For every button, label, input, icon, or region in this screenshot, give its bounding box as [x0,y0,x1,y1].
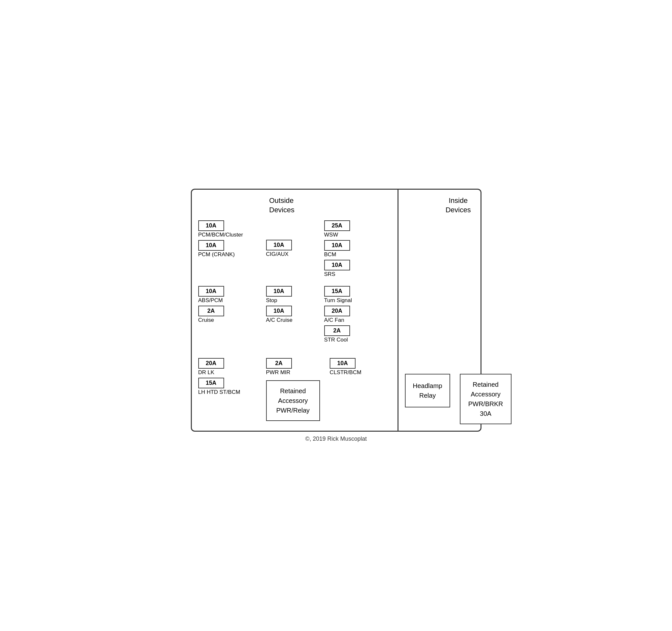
fuse-turn-signal-label: Turn Signal [324,297,352,304]
fuse-ac-cruise-box: 10A [266,306,292,316]
main-diagram: Outside Devices 10A PCM/BCM/Cluster 10A … [191,189,481,431]
fuse-dr-lk-box: 20A [198,358,224,369]
fuse-dr-lk: 20A DR LK [198,358,224,378]
fuse-pwr-mir-box: 2A [266,358,292,369]
fuse-ac-fan: 20A A/C Fan [324,306,350,325]
fuse-turn-signal: 15A Turn Signal [324,286,352,306]
col2-bottom: 2A PWR MIR Retained Accessory PWR/Relay [266,358,320,421]
fuse-stop-box: 10A [266,286,292,297]
col2-top: 10A CIG/AUX [266,240,314,259]
relay-retained-accessory-inside: Retained Accessory PWR/BRKR 30A [460,374,511,424]
fuse-lh-htd: 15A LH HTD ST/BCM [198,378,240,397]
fuse-srs-box: 10A [324,260,350,271]
fuse-cig-aux-label: CIG/AUX [266,251,289,257]
fuse-bcm-box: 10A [324,240,350,251]
col1-top: 10A PCM/BCM/Cluster 10A PCM (CRANK) [198,220,257,260]
relay-headlamp: Headlamp Relay [405,374,450,407]
col3-mid: 15A Turn Signal 20A A/C Fan 2A STR Cool [324,286,376,345]
right-bottom-section: Headlamp Relay Retained Accessory PWR/BR… [405,367,511,424]
col2b: 10A Stop 10A A/C Cruise [266,286,314,325]
footer: ©, 2019 Rick Muscoplat [305,436,366,442]
fuse-ac-cruise-label: A/C Cruise [266,317,293,323]
fuse-pcm-bcm-cluster-box: 10A [198,220,224,231]
fuse-srs-label: SRS [324,271,336,278]
fuse-pcm-bcm-cluster-label: PCM/BCM/Cluster [198,232,243,238]
fuse-abs-pcm-label: ABS/PCM [198,297,223,304]
col3-bottom: 10A CLSTR/BCM [330,358,381,378]
fuse-clstr-bcm-box: 10A [330,358,356,369]
fuse-ac-fan-label: A/C Fan [324,317,344,323]
middle-row: 10A ABS/PCM 2A Cruise 10A Stop 10A [198,286,391,345]
fuse-pcm-bcm-cluster: 10A PCM/BCM/Cluster [198,220,243,240]
fuse-clstr-bcm-label: CLSTR/BCM [330,369,361,376]
fuse-wsw-label: WSW [324,232,338,238]
fuse-clstr-bcm: 10A CLSTR/BCM [330,358,361,378]
fuse-turn-signal-box: 15A [324,286,350,297]
fuse-str-cool-box: 2A [324,325,350,336]
fuse-str-cool-label: STR Cool [324,337,348,343]
fuse-lh-htd-label: LH HTD ST/BCM [198,389,240,395]
fuse-abs-pcm: 10A ABS/PCM [198,286,224,306]
fuse-pwr-mir: 2A PWR MIR [266,358,292,378]
fuse-ac-fan-box: 20A [324,306,350,316]
fuse-pcm-crank: 10A PCM (CRANK) [198,240,235,260]
fuse-lh-htd-box: 15A [198,378,224,388]
fuse-srs: 10A SRS [324,260,350,279]
fuse-cig-aux: 10A CIG/AUX [266,240,292,259]
fuse-str-cool: 2A STR Cool [324,325,350,345]
fuse-abs-pcm-box: 10A [198,286,224,297]
bottom-row: 20A DR LK 15A LH HTD ST/BCM 2A PWR MIR R… [198,358,391,421]
relay-retained-accessory: Retained Accessory PWR/Relay [266,380,320,421]
fuse-ac-cruise: 10A A/C Cruise [266,306,293,325]
fuse-bcm: 10A BCM [324,240,350,260]
fuse-stop: 10A Stop [266,286,292,306]
fuse-pwr-mir-label: PWR MIR [266,369,291,376]
fuse-cruise-label: Cruise [198,317,214,323]
fuse-cruise: 2A Cruise [198,306,224,325]
fuse-bcm-label: BCM [324,251,336,258]
right-panel: Inside Devices Headlamp Relay Retained A… [399,190,518,431]
fuse-wsw-box: 25A [324,220,350,231]
fuse-pcm-crank-box: 10A [198,240,224,251]
fuse-cig-aux-box: 10A [266,240,292,250]
fuse-wsw: 25A WSW [324,220,350,240]
page-wrapper: Outside Devices 10A PCM/BCM/Cluster 10A … [191,189,481,442]
col1-bottom: 20A DR LK 15A LH HTD ST/BCM [198,358,257,397]
col3-top: 25A WSW 10A BCM 10A SRS [324,220,376,279]
inside-devices-title: Inside Devices [405,196,511,214]
left-panel: Outside Devices 10A PCM/BCM/Cluster 10A … [192,190,398,431]
fuse-cruise-box: 2A [198,306,224,316]
col1b: 10A ABS/PCM 2A Cruise [198,286,257,325]
top-row-1: 10A PCM/BCM/Cluster 10A PCM (CRANK) 10A … [198,220,391,279]
outside-devices-title: Outside Devices [269,196,391,214]
fuse-pcm-crank-label: PCM (CRANK) [198,251,235,258]
fuse-stop-label: Stop [266,297,278,304]
fuse-dr-lk-label: DR LK [198,369,214,376]
